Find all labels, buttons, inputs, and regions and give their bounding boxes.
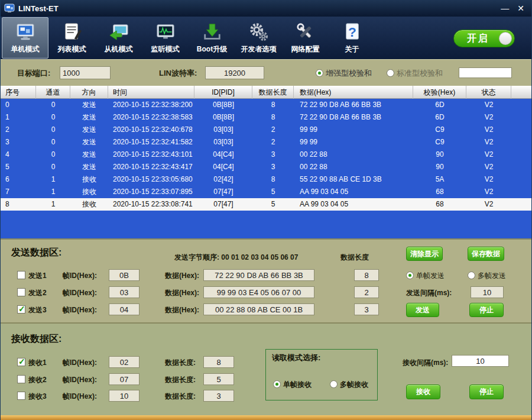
toolbar-item-about[interactable]: ?关于 [329,17,375,59]
receive1-id-input[interactable] [109,356,140,368]
send-stop-button[interactable]: 停止 [469,303,504,317]
minimize-button[interactable]: — [501,2,509,14]
baud-rate-label: LIN波特率: [159,68,197,79]
toolbar-item-label: 网络配置 [291,44,320,54]
cell: 7 [1,186,36,198]
cell: 接收 [70,173,108,186]
toolbar-item-network-config[interactable]: 网络配置 [282,17,329,59]
toolbar-item-list-mode[interactable]: 列表模式 [48,17,95,59]
table-row-selected[interactable]: 81接收2020-10-15 22:33:08:74107[47]5AA 99 … [1,198,531,211]
receive3-checkbox[interactable] [17,392,25,400]
save-data-button[interactable]: 保存数据 [468,247,504,261]
receive-interval-input[interactable] [452,355,509,367]
multi-receive-label: 多帧接收 [340,379,368,390]
toolbar-item-standalone-mode[interactable]: 单机模式 [2,17,48,59]
frame-id-label: 帧ID(Hex): [63,287,97,298]
cell: 2 [252,136,294,148]
receive1-checkbox[interactable] [17,358,25,366]
window-title: LINTest-ET [18,4,59,13]
cell: 2020-10-15 22:32:43:417 [108,161,194,173]
send3-id-input[interactable] [109,303,140,315]
send-interval-input[interactable] [471,286,504,298]
send2-length-input[interactable] [354,286,379,298]
cell: 99 99 [294,136,413,148]
table-row[interactable]: 50发送2020-10-15 22:32:43:41704[C4]300 22 … [1,161,531,173]
receive-stop-button[interactable]: 停止 [469,385,504,399]
table-row[interactable]: 30发送2020-10-15 22:32:41:58203[03]299 99C… [1,136,531,148]
cell: V2 [466,111,511,124]
toolbar-item-developer-options[interactable]: 开发者选项 [235,17,282,59]
toolbar-item-listen-mode[interactable]: 监听模式 [142,17,189,59]
receive-button[interactable]: 接收 [406,385,440,399]
close-button[interactable]: ✕ [517,2,524,14]
send1-checkbox[interactable] [17,271,25,279]
send2-data-input[interactable] [203,286,314,298]
column-header[interactable]: 数据(Hex) [294,86,413,99]
multi-send-label: 多帧发送 [478,270,506,281]
table-row[interactable]: 61接收2020-10-15 22:33:05:68002[42]855 22 … [1,173,531,186]
cell: 1 [1,111,36,124]
byte-order-text: 发送字节顺序: 00 01 02 03 04 05 06 07 [174,252,298,263]
cell: V2 [466,161,511,173]
send-button[interactable]: 发送 [406,303,439,317]
send3-length-input[interactable] [354,303,379,315]
cell: 2020-10-15 22:32:38:583 [108,111,194,124]
receive2-length-input[interactable] [203,373,234,385]
column-header[interactable]: 方向 [70,86,108,99]
enhanced-checksum-label: 增强型校验和 [326,68,372,79]
single-receive-radio[interactable] [273,380,281,388]
power-toggle-button[interactable]: 开启 [453,30,515,47]
cell: 3 [252,148,294,161]
list-document-icon [61,21,83,43]
cell: 0B[8B] [194,99,252,111]
receive3-id-input[interactable] [109,390,140,402]
send-data-length-label: 数据长度 [340,252,369,263]
send2-checkbox[interactable] [17,288,25,296]
toolbar-item-boot-upgrade[interactable]: Boot升级 [189,17,235,59]
cell: 6 [1,173,36,186]
clear-display-button[interactable]: 清除显示 [406,247,443,261]
cell: 1 [36,173,70,186]
column-header[interactable]: 校验(Hex) [413,86,466,99]
cell: 03[03] [194,136,252,148]
table-row[interactable]: 10发送2020-10-15 22:32:38:5830B[8B]872 22 … [1,111,531,124]
column-header[interactable]: 通道 [36,86,70,99]
column-header[interactable]: 状态 [466,86,511,99]
settings-extra-input[interactable] [459,67,512,78]
receive2-checkbox[interactable] [17,375,25,383]
send1-id-input[interactable] [109,269,140,281]
send3-checkbox[interactable] [17,305,25,314]
table-row[interactable]: 71接收2020-10-15 22:33:07:89507[47]5AA 99 … [1,186,531,198]
cell: 8 [252,99,294,111]
cell: AA 99 03 04 05 [294,198,413,211]
send1-length-input[interactable] [354,269,379,281]
receive2-label: 接收2 [28,374,47,385]
send3-data-input[interactable] [203,303,314,315]
column-header[interactable]: ID[PID] [194,86,252,99]
waveform-scope-icon [155,21,176,43]
table-row[interactable]: 20发送2020-10-15 22:32:40:67803[03]299 99C… [1,124,531,136]
send1-data-input[interactable] [203,269,314,281]
send2-id-input[interactable] [109,286,140,298]
data-length-label: 数据长度: [165,374,196,385]
baud-rate-input[interactable] [205,66,264,79]
standard-checksum-radio[interactable] [387,69,394,77]
cell: V2 [466,186,511,198]
column-header[interactable]: 数据长度 [252,86,294,99]
multi-receive-radio[interactable] [330,380,338,388]
toolbar-item-slave-mode[interactable]: 从机模式 [95,17,142,59]
receive1-length-input[interactable] [203,356,234,368]
receive3-length-input[interactable] [203,390,234,402]
svg-text:?: ? [348,24,356,40]
table-row[interactable]: 40发送2020-10-15 22:32:43:10104[C4]300 22 … [1,148,531,161]
receive2-id-input[interactable] [109,373,140,385]
enhanced-checksum-radio[interactable] [316,69,323,77]
column-header[interactable]: 时间 [108,86,194,99]
table-row[interactable]: 00发送2020-10-15 22:32:38:2000B[8B]872 22 … [1,99,531,111]
target-port-input[interactable] [60,66,111,79]
multi-send-radio[interactable] [468,272,475,279]
column-header[interactable]: 序号 [1,86,36,99]
single-send-radio[interactable] [406,272,414,279]
cell: 72 22 90 D8 AB 66 BB 3B [294,99,413,111]
cell: 接收 [70,198,108,211]
